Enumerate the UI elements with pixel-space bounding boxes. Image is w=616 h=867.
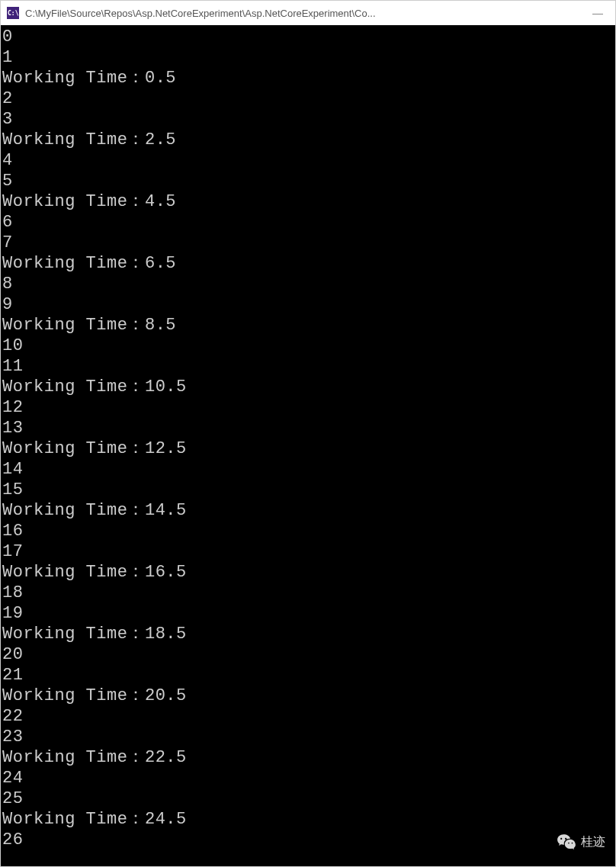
- window-title: C:\MyFile\Source\Repos\Asp.NetCoreExperi…: [25, 8, 574, 19]
- console-line: 11: [2, 356, 614, 377]
- console-line: 5: [2, 171, 614, 191]
- console-app-icon: C:\: [7, 7, 19, 19]
- console-output[interactable]: 01Working Time：0.523Working Time：2.545Wo…: [1, 25, 615, 866]
- console-line: 7: [2, 233, 614, 253]
- console-line: Working Time：20.5: [2, 686, 614, 706]
- console-line: 1: [2, 47, 614, 68]
- watermark-text: 桂迹: [581, 834, 605, 850]
- console-line: 2: [2, 88, 614, 109]
- console-line: 6: [2, 212, 614, 233]
- watermark: 桂迹: [557, 832, 605, 852]
- console-line: 19: [2, 603, 614, 624]
- console-line: Working Time：6.5: [2, 253, 614, 274]
- console-line: 13: [2, 418, 614, 438]
- console-line: Working Time：14.5: [2, 500, 614, 521]
- console-line: Working Time：4.5: [2, 191, 614, 212]
- titlebar[interactable]: C:\ C:\MyFile\Source\Repos\Asp.NetCoreEx…: [1, 1, 615, 25]
- console-line: 10: [2, 336, 614, 356]
- console-line: 20: [2, 644, 614, 665]
- console-line: 16: [2, 521, 614, 541]
- console-line: Working Time：24.5: [2, 809, 614, 830]
- console-line: 26: [2, 830, 614, 850]
- console-line: 17: [2, 541, 614, 562]
- console-line: Working Time：16.5: [2, 562, 614, 583]
- console-line: 18: [2, 583, 614, 603]
- console-line: 4: [2, 150, 614, 171]
- console-line: 3: [2, 109, 614, 130]
- console-line: 8: [2, 274, 614, 294]
- console-line: 22: [2, 706, 614, 727]
- console-line: 0: [2, 27, 614, 47]
- minimize-icon: —: [592, 7, 603, 19]
- console-line: Working Time：2.5: [2, 130, 614, 150]
- console-line: 14: [2, 459, 614, 480]
- console-line: Working Time：8.5: [2, 315, 614, 336]
- console-line: Working Time：12.5: [2, 438, 614, 459]
- window-controls: —: [580, 1, 615, 25]
- console-line: 9: [2, 294, 614, 315]
- console-line: Working Time：10.5: [2, 377, 614, 397]
- console-line: 15: [2, 480, 614, 500]
- console-line: 25: [2, 788, 614, 809]
- console-line: Working Time：22.5: [2, 747, 614, 768]
- console-line: Working Time：0.5: [2, 68, 614, 88]
- console-line: 23: [2, 727, 614, 747]
- wechat-icon: [557, 832, 576, 852]
- console-line: 24: [2, 768, 614, 788]
- console-line: 21: [2, 665, 614, 686]
- console-line: Working Time：18.5: [2, 624, 614, 644]
- minimize-button[interactable]: —: [580, 1, 615, 25]
- svg-text:C:\: C:\: [8, 10, 19, 17]
- console-line: 12: [2, 397, 614, 418]
- console-window: C:\ C:\MyFile\Source\Repos\Asp.NetCoreEx…: [0, 0, 616, 867]
